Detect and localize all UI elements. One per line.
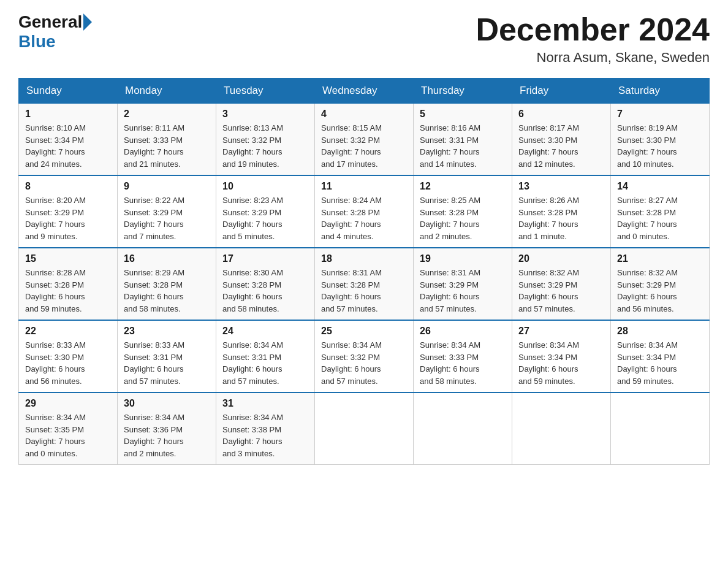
calendar-cell: 21Sunrise: 8:32 AMSunset: 3:29 PMDayligh… <box>611 248 710 320</box>
calendar-cell: 27Sunrise: 8:34 AMSunset: 3:34 PMDayligh… <box>512 320 611 393</box>
calendar-cell: 18Sunrise: 8:31 AMSunset: 3:28 PMDayligh… <box>315 248 414 320</box>
day-number: 1 <box>25 109 111 120</box>
calendar-body: 1Sunrise: 8:10 AMSunset: 3:34 PMDaylight… <box>19 104 710 465</box>
day-info: Sunrise: 8:24 AMSunset: 3:28 PMDaylight:… <box>321 194 407 242</box>
month-title: December 2024 <box>476 12 710 47</box>
page-header: General Blue December 2024 Norra Asum, S… <box>18 12 710 66</box>
day-number: 21 <box>617 253 703 264</box>
day-number: 20 <box>518 253 604 264</box>
day-number: 2 <box>124 109 210 120</box>
calendar-week-3: 15Sunrise: 8:28 AMSunset: 3:28 PMDayligh… <box>19 248 710 320</box>
calendar-week-4: 22Sunrise: 8:33 AMSunset: 3:30 PMDayligh… <box>19 320 710 393</box>
calendar-cell: 17Sunrise: 8:30 AMSunset: 3:28 PMDayligh… <box>216 248 315 320</box>
calendar-cell <box>315 393 414 465</box>
calendar-cell: 3Sunrise: 8:13 AMSunset: 3:32 PMDaylight… <box>216 104 315 176</box>
day-number: 31 <box>222 398 308 409</box>
day-number: 8 <box>25 181 111 192</box>
calendar-week-5: 29Sunrise: 8:34 AMSunset: 3:35 PMDayligh… <box>19 393 710 465</box>
header-sunday: Sunday <box>19 79 118 104</box>
header-row: Sunday Monday Tuesday Wednesday Thursday… <box>19 79 710 104</box>
logo: General Blue <box>18 12 93 52</box>
calendar-table: Sunday Monday Tuesday Wednesday Thursday… <box>18 78 710 465</box>
day-info: Sunrise: 8:34 AMSunset: 3:31 PMDaylight:… <box>222 339 308 387</box>
day-number: 19 <box>420 253 506 264</box>
day-number: 15 <box>25 253 111 264</box>
day-number: 16 <box>124 253 210 264</box>
logo-arrow-icon <box>83 13 92 31</box>
header-thursday: Thursday <box>414 79 512 104</box>
calendar-cell: 2Sunrise: 8:11 AMSunset: 3:33 PMDaylight… <box>118 104 216 176</box>
location-title: Norra Asum, Skane, Sweden <box>476 50 710 66</box>
header-monday: Monday <box>118 79 216 104</box>
day-number: 14 <box>617 181 703 192</box>
day-number: 24 <box>222 326 308 337</box>
day-number: 27 <box>518 326 604 337</box>
day-number: 30 <box>124 398 210 409</box>
calendar-cell: 16Sunrise: 8:29 AMSunset: 3:28 PMDayligh… <box>118 248 216 320</box>
calendar-cell: 29Sunrise: 8:34 AMSunset: 3:35 PMDayligh… <box>19 393 118 465</box>
calendar-cell: 19Sunrise: 8:31 AMSunset: 3:29 PMDayligh… <box>414 248 512 320</box>
day-info: Sunrise: 8:10 AMSunset: 3:34 PMDaylight:… <box>25 122 111 170</box>
day-info: Sunrise: 8:27 AMSunset: 3:28 PMDaylight:… <box>617 194 703 242</box>
calendar-week-1: 1Sunrise: 8:10 AMSunset: 3:34 PMDaylight… <box>19 104 710 176</box>
header-saturday: Saturday <box>611 79 710 104</box>
day-info: Sunrise: 8:25 AMSunset: 3:28 PMDaylight:… <box>420 194 506 242</box>
day-number: 25 <box>321 326 407 337</box>
day-number: 3 <box>222 109 308 120</box>
day-info: Sunrise: 8:34 AMSunset: 3:34 PMDaylight:… <box>617 339 703 387</box>
calendar-cell: 11Sunrise: 8:24 AMSunset: 3:28 PMDayligh… <box>315 175 414 248</box>
logo-general: General <box>18 12 82 32</box>
calendar-cell <box>611 393 710 465</box>
calendar-cell <box>414 393 512 465</box>
calendar-cell: 13Sunrise: 8:26 AMSunset: 3:28 PMDayligh… <box>512 175 611 248</box>
day-info: Sunrise: 8:13 AMSunset: 3:32 PMDaylight:… <box>222 122 308 170</box>
calendar-cell: 1Sunrise: 8:10 AMSunset: 3:34 PMDaylight… <box>19 104 118 176</box>
day-number: 9 <box>124 181 210 192</box>
calendar-cell: 24Sunrise: 8:34 AMSunset: 3:31 PMDayligh… <box>216 320 315 393</box>
day-info: Sunrise: 8:33 AMSunset: 3:31 PMDaylight:… <box>124 339 210 387</box>
day-info: Sunrise: 8:28 AMSunset: 3:28 PMDaylight:… <box>25 267 111 315</box>
day-info: Sunrise: 8:11 AMSunset: 3:33 PMDaylight:… <box>124 122 210 170</box>
calendar-cell: 30Sunrise: 8:34 AMSunset: 3:36 PMDayligh… <box>118 393 216 465</box>
day-info: Sunrise: 8:23 AMSunset: 3:29 PMDaylight:… <box>222 194 308 242</box>
calendar-cell: 22Sunrise: 8:33 AMSunset: 3:30 PMDayligh… <box>19 320 118 393</box>
title-section: December 2024 Norra Asum, Skane, Sweden <box>476 12 710 66</box>
calendar-header: Sunday Monday Tuesday Wednesday Thursday… <box>19 79 710 104</box>
day-info: Sunrise: 8:34 AMSunset: 3:32 PMDaylight:… <box>321 339 407 387</box>
calendar-cell: 31Sunrise: 8:34 AMSunset: 3:38 PMDayligh… <box>216 393 315 465</box>
day-number: 28 <box>617 326 703 337</box>
calendar-cell: 4Sunrise: 8:15 AMSunset: 3:32 PMDaylight… <box>315 104 414 176</box>
calendar-cell: 20Sunrise: 8:32 AMSunset: 3:29 PMDayligh… <box>512 248 611 320</box>
logo-text: General <box>18 12 93 32</box>
logo-blue: Blue <box>18 32 56 52</box>
calendar-cell: 15Sunrise: 8:28 AMSunset: 3:28 PMDayligh… <box>19 248 118 320</box>
header-tuesday: Tuesday <box>216 79 315 104</box>
day-number: 22 <box>25 326 111 337</box>
calendar-week-2: 8Sunrise: 8:20 AMSunset: 3:29 PMDaylight… <box>19 175 710 248</box>
day-info: Sunrise: 8:34 AMSunset: 3:34 PMDaylight:… <box>518 339 604 387</box>
day-info: Sunrise: 8:34 AMSunset: 3:36 PMDaylight:… <box>124 412 210 459</box>
day-info: Sunrise: 8:34 AMSunset: 3:33 PMDaylight:… <box>420 339 506 387</box>
day-info: Sunrise: 8:16 AMSunset: 3:31 PMDaylight:… <box>420 122 506 170</box>
day-number: 18 <box>321 253 407 264</box>
calendar-cell: 12Sunrise: 8:25 AMSunset: 3:28 PMDayligh… <box>414 175 512 248</box>
calendar-cell: 14Sunrise: 8:27 AMSunset: 3:28 PMDayligh… <box>611 175 710 248</box>
day-number: 29 <box>25 398 111 409</box>
calendar-cell: 10Sunrise: 8:23 AMSunset: 3:29 PMDayligh… <box>216 175 315 248</box>
day-number: 4 <box>321 109 407 120</box>
day-info: Sunrise: 8:22 AMSunset: 3:29 PMDaylight:… <box>124 194 210 242</box>
day-number: 6 <box>518 109 604 120</box>
calendar-cell: 7Sunrise: 8:19 AMSunset: 3:30 PMDaylight… <box>611 104 710 176</box>
day-number: 26 <box>420 326 506 337</box>
day-info: Sunrise: 8:32 AMSunset: 3:29 PMDaylight:… <box>617 267 703 315</box>
day-info: Sunrise: 8:31 AMSunset: 3:29 PMDaylight:… <box>420 267 506 315</box>
day-number: 17 <box>222 253 308 264</box>
day-info: Sunrise: 8:34 AMSunset: 3:38 PMDaylight:… <box>222 412 308 459</box>
day-info: Sunrise: 8:15 AMSunset: 3:32 PMDaylight:… <box>321 122 407 170</box>
calendar-cell: 28Sunrise: 8:34 AMSunset: 3:34 PMDayligh… <box>611 320 710 393</box>
day-info: Sunrise: 8:19 AMSunset: 3:30 PMDaylight:… <box>617 122 703 170</box>
day-info: Sunrise: 8:33 AMSunset: 3:30 PMDaylight:… <box>25 339 111 387</box>
day-number: 5 <box>420 109 506 120</box>
day-number: 11 <box>321 181 407 192</box>
calendar-cell: 9Sunrise: 8:22 AMSunset: 3:29 PMDaylight… <box>118 175 216 248</box>
